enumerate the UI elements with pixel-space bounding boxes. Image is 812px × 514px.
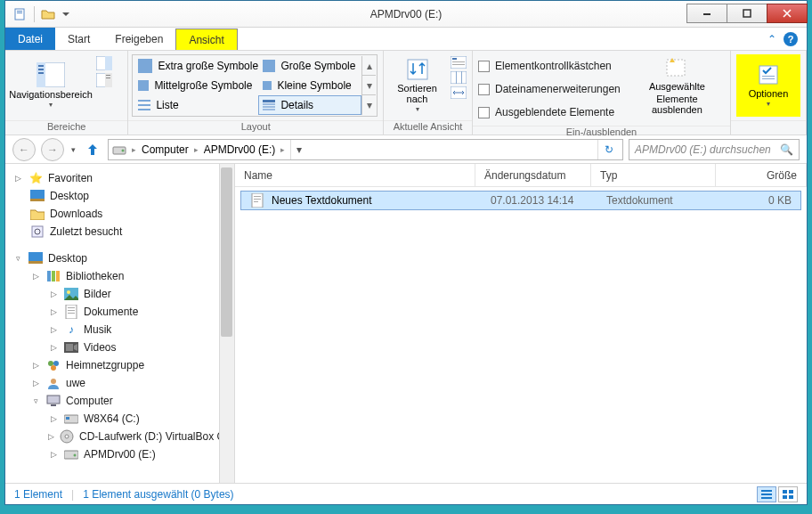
up-button[interactable] <box>83 140 102 159</box>
svg-rect-49 <box>52 271 55 281</box>
tree-computer[interactable]: Computer <box>66 395 113 407</box>
hide-selected-button[interactable]: Ausgewählte Elemente ausblenden <box>629 54 725 117</box>
tree-music[interactable]: Musik <box>84 323 111 336</box>
checkbox-file-extensions[interactable]: Dateinamenerweiterungen <box>478 79 621 99</box>
navigation-pane-button[interactable]: Navigationsbereich ▾ <box>11 54 91 117</box>
drive-c-icon <box>64 412 78 426</box>
svg-rect-75 <box>761 490 772 492</box>
col-size[interactable]: Größe <box>716 164 807 186</box>
view-icons-button[interactable] <box>778 486 798 502</box>
crumb-computer[interactable]: Computer <box>142 143 189 156</box>
refresh-button[interactable]: ↻ <box>597 140 619 159</box>
search-box[interactable]: APMDrv00 (E:) durchsuchen 🔍 <box>629 139 800 160</box>
tree-homegroup[interactable]: Heimnetzgruppe <box>66 359 144 371</box>
tree-libraries[interactable]: Bibliotheken <box>66 270 124 282</box>
qat-newfolder-icon[interactable] <box>38 4 58 24</box>
forward-button[interactable]: → <box>41 138 64 161</box>
tree-drive-e[interactable]: APMDrv00 (E:) <box>84 448 156 461</box>
checkbox-item-checkboxes[interactable]: Elementkontrollkästchen <box>478 56 621 76</box>
tree-videos[interactable]: Videos <box>84 341 116 354</box>
tab-file[interactable]: Datei <box>5 28 55 50</box>
layout-scroll[interactable]: ▴▾▾ <box>361 56 376 115</box>
tree-user[interactable]: uwe <box>66 377 85 389</box>
recent-icon <box>30 224 45 239</box>
svg-point-62 <box>51 379 56 384</box>
svg-rect-0 <box>15 9 24 20</box>
column-headers[interactable]: Name Änderungsdatum Typ Größe <box>235 164 807 187</box>
sort-label: Sortieren nach <box>391 83 443 104</box>
help-icon[interactable]: ? <box>784 32 798 46</box>
tree-drive-c[interactable]: W8X64 (C:) <box>84 412 140 425</box>
svg-rect-42 <box>30 190 45 199</box>
layout-extra-large[interactable]: Extra große Symbole <box>134 56 263 76</box>
svg-rect-19 <box>263 81 272 90</box>
close-button[interactable] <box>767 4 808 23</box>
tree-scrollbar[interactable] <box>219 164 234 483</box>
svg-rect-11 <box>105 56 112 70</box>
ribbon-tabs: Datei Start Freigeben Ansicht ⌃ ? <box>5 28 807 51</box>
tree-desktop-fav[interactable]: Desktop <box>50 190 89 202</box>
navpane-label: Navigationsbereich <box>9 89 93 100</box>
svg-rect-27 <box>408 60 427 79</box>
col-date[interactable]: Änderungsdatum <box>475 164 591 186</box>
qat-properties-icon[interactable] <box>11 4 30 24</box>
file-row[interactable]: Neues Textdokument 07.01.2013 14:14 Text… <box>240 191 801 210</box>
svg-rect-76 <box>761 494 772 495</box>
pictures-icon <box>64 287 78 301</box>
qat-dropdown-icon[interactable] <box>60 4 72 24</box>
options-button[interactable]: Optionen ▾ <box>736 54 800 117</box>
navigation-tree[interactable]: ▷⭐Favoriten Desktop Downloads Zuletzt be… <box>5 164 235 483</box>
address-dropdown[interactable]: ▾ <box>290 140 306 159</box>
ribbon-collapse-icon[interactable]: ⌃ <box>767 33 776 45</box>
view-details-button[interactable] <box>757 486 776 502</box>
maximize-button[interactable] <box>727 4 767 23</box>
sort-by-button[interactable]: Sortieren nach ▾ <box>389 54 445 117</box>
navigation-row: ← → ▾ ▸ Computer ▸ APMDrv00 (E:) ▸ ▾ ↻ A… <box>5 135 807 164</box>
layout-large[interactable]: Große Symbole <box>258 56 361 76</box>
file-size: 0 KB <box>722 194 800 207</box>
col-type[interactable]: Typ <box>591 164 716 186</box>
back-button[interactable]: ← <box>12 138 36 161</box>
layout-list[interactable]: Liste <box>134 95 263 115</box>
svg-rect-47 <box>28 261 43 264</box>
crumb-drive[interactable]: APMDrv00 (E:) <box>204 143 276 156</box>
tab-start[interactable]: Start <box>55 28 102 50</box>
svg-rect-38 <box>762 76 775 77</box>
svg-point-70 <box>74 454 77 457</box>
svg-rect-34 <box>461 71 462 84</box>
layout-medium[interactable]: Mittelgroße Symbole <box>134 76 263 95</box>
tree-pictures[interactable]: Bilder <box>84 288 111 300</box>
layout-details[interactable]: Details <box>258 95 361 115</box>
svg-rect-7 <box>38 65 44 67</box>
tree-recent[interactable]: Zuletzt besucht <box>50 225 122 238</box>
search-icon: 🔍 <box>780 143 793 156</box>
sizecolumns-icon[interactable] <box>451 86 467 99</box>
col-name[interactable]: Name <box>235 164 475 186</box>
minimize-button[interactable] <box>686 4 727 23</box>
tree-favorites[interactable]: Favoriten <box>48 172 93 184</box>
tab-view[interactable]: Ansicht <box>175 29 237 50</box>
tree-downloads[interactable]: Downloads <box>50 208 102 220</box>
videos-icon <box>64 340 78 355</box>
layout-small[interactable]: Kleine Symbole <box>258 76 361 95</box>
groupby-icon[interactable] <box>451 56 467 69</box>
addcolumns-icon[interactable] <box>451 71 467 84</box>
preview-pane-icon[interactable] <box>96 56 112 70</box>
checkbox-hidden-items[interactable]: Ausgeblendete Elemente <box>478 102 621 122</box>
svg-rect-63 <box>47 396 60 404</box>
svg-rect-36 <box>667 60 685 76</box>
file-date: 07.01.2013 14:14 <box>482 194 597 207</box>
svg-rect-22 <box>138 109 150 110</box>
svg-rect-64 <box>51 404 56 406</box>
tab-share[interactable]: Freigeben <box>102 28 175 50</box>
tree-desktop[interactable]: Desktop <box>48 252 87 265</box>
tree-drive-d[interactable]: CD-Laufwerk (D:) VirtualBox Guest A <box>79 430 235 443</box>
drive-d-icon <box>60 429 74 444</box>
tree-documents[interactable]: Dokumente <box>84 306 138 318</box>
details-pane-icon[interactable] <box>96 73 112 87</box>
history-dropdown[interactable]: ▾ <box>69 145 77 154</box>
svg-rect-17 <box>263 60 275 72</box>
address-bar[interactable]: ▸ Computer ▸ APMDrv00 (E:) ▸ ▾ ↻ <box>108 139 623 160</box>
computer-icon <box>46 394 61 408</box>
svg-rect-9 <box>38 72 44 74</box>
